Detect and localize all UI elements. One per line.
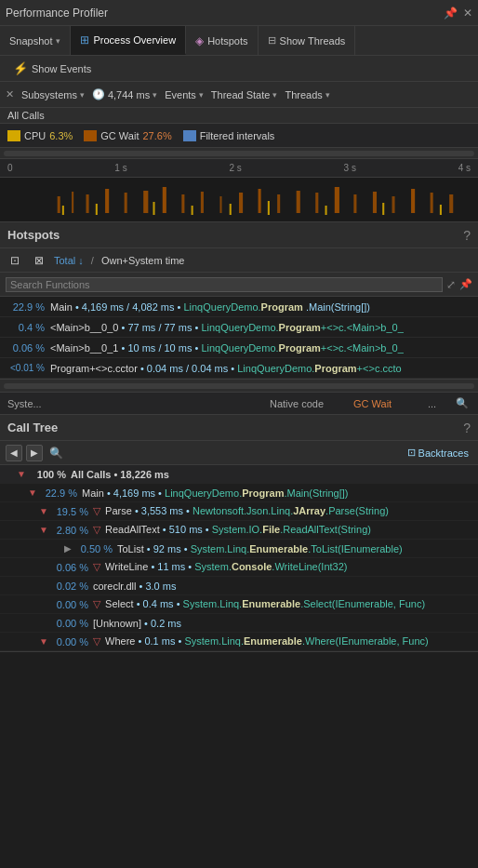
row-content-3: Program+<>c.cctor • 0.04 ms / 0.04 ms • … [50, 363, 472, 374]
cpu-legend: CPU 6.3% [7, 130, 73, 141]
root-expand[interactable]: ▼ [15, 469, 28, 479]
svg-rect-13 [297, 191, 300, 213]
call-tree-row-5[interactable]: ▶ 0.02 % coreclr.dll • 3.0 ms [0, 577, 478, 595]
timeline-scrollbar[interactable] [0, 148, 478, 159]
filter-icon[interactable]: ⊠ [30, 251, 48, 270]
row-pct-2: 0.06 % [6, 342, 50, 354]
row-content-0: Main • 4,169 ms / 4,082 ms • LinqQueryDe… [50, 301, 472, 313]
scrollbar-thumb[interactable] [4, 151, 474, 156]
tab-show-threads[interactable]: ⊟ Show Threads [259, 26, 356, 55]
clock-icon: 🕐 [92, 88, 105, 100]
hotspot-row-0[interactable]: 22.9 % Main • 4,169 ms / 4,082 ms • Linq… [0, 297, 478, 317]
export-icon[interactable]: ⊡ [6, 251, 24, 270]
close-icon[interactable]: ✕ [463, 7, 472, 20]
hotspots-toolbar: ⊡ ⊠ Total ↓ / Own+System time [0, 248, 478, 273]
tab-snapshot[interactable]: Snapshot ▾ [0, 26, 71, 55]
row3-expand[interactable]: ▶ [61, 543, 74, 554]
events-toolbar: ⚡ Show Events [0, 56, 478, 82]
sort-total-label: Total ↓ [54, 255, 84, 266]
call-tree-row-7[interactable]: ▶ 0.00 % [Unknown] • 0.2 ms [0, 614, 478, 633]
call-tree-header: Call Tree ? [0, 415, 478, 441]
search-tree-icon[interactable]: 🔍 [46, 444, 65, 462]
row2-pct: 2.80 % [50, 525, 93, 536]
h-scrollbar-thumb[interactable] [4, 383, 474, 389]
row7-pct: 0.00 % [50, 618, 93, 629]
call-tree-row-1[interactable]: ▼ 19.5 % ▽ Parse • 3,553 ms • Newtonsoft… [0, 502, 478, 521]
svg-rect-0 [58, 196, 60, 213]
show-events-button[interactable]: ⚡ Show Events [7, 60, 97, 77]
row8-expand[interactable]: ▼ [37, 636, 50, 647]
legend-bar: CPU 6.3% GC Wait 27.6% Filtered interval… [0, 124, 478, 148]
backtraces-button[interactable]: ⊡ Backtraces [404, 446, 472, 460]
subsystems-filter[interactable]: Subsystems ▾ [21, 89, 85, 100]
timeline-chart[interactable] [0, 178, 478, 222]
row1-expand[interactable]: ▼ [37, 506, 50, 516]
row7-content: [Unknown] • 0.2 ms [93, 618, 474, 629]
col-more-header[interactable]: ... [428, 398, 456, 409]
row4-pct: 0.06 % [50, 562, 93, 573]
svg-rect-23 [96, 204, 98, 215]
column-headers: Syste... Native code GC Wait ... 🔍 [0, 393, 478, 415]
subsystems-label: Subsystems [21, 89, 77, 100]
all-calls-label: All Calls [7, 110, 45, 121]
col-search-header[interactable]: 🔍 [456, 397, 474, 409]
call-tree-toolbar: ◀ ▶ 🔍 ⊡ Backtraces [0, 441, 478, 465]
row0-expand[interactable]: ▼ [26, 487, 39, 498]
filter-icon-1: ▽ [93, 505, 100, 516]
all-calls-row: All Calls [0, 108, 478, 124]
ruler-mark-1: 1 s [114, 163, 126, 173]
svg-rect-22 [62, 206, 64, 215]
thread-state-filter[interactable]: Thread State ▾ [211, 89, 278, 100]
svg-rect-26 [230, 204, 232, 215]
call-tree-row-6[interactable]: ▶ 0.00 % ▽ Select • 0.4 ms • System.Linq… [0, 595, 478, 614]
svg-rect-5 [143, 191, 148, 213]
row-pct-1: 0.4 % [6, 322, 50, 333]
pin-icon[interactable]: 📌 [444, 7, 458, 20]
row2-content: ▽ ReadAllText • 510 ms • System.IO.File.… [93, 524, 474, 536]
tab-hotspots[interactable]: ◈ Hotspots [186, 26, 258, 55]
hotspot-row-3[interactable]: <0.01 % Program+<>c.cctor • 0.04 ms / 0.… [0, 358, 478, 379]
call-tree-table: ▼ 100 % All Calls • 18,226 ms ▼ 22.9 % M… [0, 465, 478, 652]
row6-pct: 0.00 % [50, 599, 93, 610]
forward-button[interactable]: ▶ [26, 445, 43, 461]
gc-swatch [84, 130, 97, 141]
col-gcwait-header: GC Wait [353, 398, 428, 409]
svg-rect-19 [411, 189, 415, 213]
threads-filter[interactable]: Threads ▾ [285, 89, 329, 100]
row2-expand[interactable]: ▼ [37, 525, 50, 535]
hotspot-row-1[interactable]: 0.4 % <Main>b__0_0 • 77 ms / 77 ms • Lin… [0, 317, 478, 338]
svg-rect-25 [192, 206, 193, 215]
hotspot-row-2[interactable]: 0.06 % <Main>b__0_1 • 10 ms / 10 ms • Li… [0, 338, 478, 358]
call-tree-root[interactable]: ▼ 100 % All Calls • 18,226 ms [0, 465, 478, 484]
call-tree-row-2[interactable]: ▼ 2.80 % ▽ ReadAllText • 510 ms • System… [0, 521, 478, 540]
search-input[interactable] [6, 277, 443, 292]
thread-state-label: Thread State [211, 89, 271, 100]
call-tree-row-4[interactable]: ▶ 0.06 % ▽ WriteLine • 11 ms • System.Co… [0, 558, 478, 577]
col-func-header: Syste... [4, 398, 270, 409]
lightning-icon: ⚡ [13, 61, 28, 75]
svg-rect-27 [268, 201, 270, 215]
row4-content: ▽ WriteLine • 11 ms • System.Console.Wri… [93, 561, 474, 573]
title-bar-icons: 📌 ✕ [444, 7, 472, 20]
search-expand-icon[interactable]: ⤢ [446, 278, 456, 291]
time-filter[interactable]: 🕐 4,744 ms ▾ [92, 88, 157, 100]
hotspots-help-icon[interactable]: ? [463, 228, 471, 243]
tab-bar: Snapshot ▾ ⊞ Process Overview ◈ Hotspots… [0, 26, 478, 56]
row3-pct: 0.50 % [74, 543, 117, 554]
call-tree-row-0[interactable]: ▼ 22.9 % Main • 4,169 ms • LinqQueryDemo… [0, 484, 478, 502]
svg-rect-24 [153, 202, 154, 215]
tab-process-overview[interactable]: ⊞ Process Overview [71, 26, 186, 55]
hotspots-h-scrollbar[interactable] [0, 380, 478, 393]
call-tree-row-3[interactable]: ▶ 0.50 % ToList • 92 ms • System.Linq.En… [0, 540, 478, 558]
call-tree-row-8[interactable]: ▼ 0.00 % ▽ Where • 0.1 ms • System.Linq.… [0, 633, 478, 651]
snapshot-dropdown-arrow[interactable]: ▾ [56, 36, 60, 46]
svg-rect-10 [239, 193, 243, 213]
time-value: 4,744 ms [108, 89, 150, 100]
cpu-label: CPU [24, 130, 46, 141]
back-button[interactable]: ◀ [6, 445, 22, 461]
time-arrow: ▾ [153, 90, 157, 100]
events-filter[interactable]: Events ▾ [165, 89, 204, 100]
hotspots-icon: ◈ [195, 34, 204, 47]
call-tree-help-icon[interactable]: ? [463, 421, 471, 435]
search-pin-icon[interactable]: 📌 [459, 278, 472, 290]
